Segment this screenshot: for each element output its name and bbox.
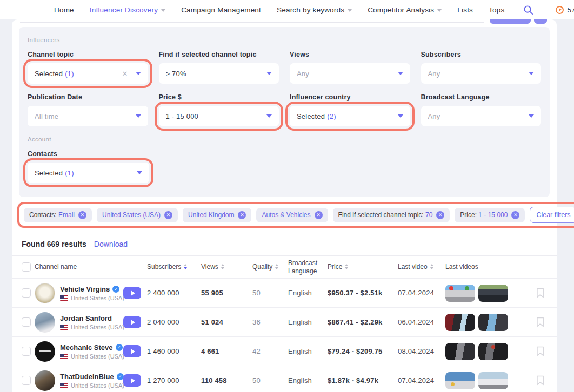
language-value: English: [288, 347, 328, 355]
channel-cell[interactable]: Jordan Sanford United States (USA): [35, 312, 123, 333]
bookmark-icon[interactable]: [536, 288, 544, 298]
nav-lists[interactable]: Lists: [457, 6, 473, 14]
filters-row-1: Channel topic Selected(1) ✕ Find if sele…: [28, 51, 541, 84]
avatar: [35, 312, 55, 333]
bookmark-icon[interactable]: [536, 375, 544, 386]
subscribers-value: 2 040 000: [147, 318, 201, 326]
video-thumbnail[interactable]: [478, 314, 508, 331]
chip-price[interactable]: Price: 1 - 15 000✕: [455, 208, 525, 222]
language-value: English: [288, 318, 328, 326]
col-subscribers[interactable]: Subscribers: [147, 263, 201, 271]
influencer-country-select[interactable]: Selected(2): [290, 106, 410, 126]
filter-views: Views Any: [290, 51, 410, 84]
chip-united-kingdom[interactable]: United Kingdom✕: [183, 208, 251, 222]
youtube-link-button[interactable]: [123, 345, 141, 357]
chip-united-states[interactable]: United States (USA)✕: [97, 208, 178, 222]
channel-cell[interactable]: Mechanic Steve✓ United States (USA): [35, 341, 123, 362]
publication-date-select[interactable]: All time: [28, 106, 148, 126]
video-thumbnail[interactable]: [445, 285, 475, 302]
price-value: $1.87k - $4.97k: [328, 376, 398, 384]
caret-down-icon: [266, 114, 272, 118]
video-thumbnail[interactable]: [445, 314, 475, 331]
sort-icon: [275, 264, 278, 269]
nav-home[interactable]: Home: [54, 6, 74, 14]
sort-icon: [221, 264, 224, 269]
youtube-link-button[interactable]: [123, 316, 141, 328]
table-row: Jordan Sanford United States (USA) 2 040…: [12, 307, 557, 336]
download-link[interactable]: Download: [94, 240, 128, 248]
nav-campaign-management[interactable]: Campaign Management: [181, 6, 261, 14]
col-views[interactable]: Views: [201, 263, 252, 271]
chip-contacts-email[interactable]: Contacts: Email✕: [24, 208, 92, 222]
youtube-link-button[interactable]: [123, 374, 141, 387]
subscribers-select[interactable]: Any: [421, 63, 542, 84]
chip-remove-icon[interactable]: ✕: [511, 211, 519, 219]
search-icon[interactable]: [523, 5, 533, 15]
last-video-date: 06.04.2024: [398, 318, 445, 326]
token-play-icon: [556, 6, 564, 14]
channel-cell[interactable]: ThatDudeinBlue✓ United States (USA): [35, 370, 123, 391]
verified-icon: ✓: [112, 286, 119, 293]
filter-channel-topic: Channel topic Selected(1) ✕: [28, 51, 148, 84]
topic-percent-select[interactable]: > 70%: [159, 63, 279, 84]
chip-remove-icon[interactable]: ✕: [78, 211, 86, 219]
clipped-icon-button[interactable]: [534, 19, 547, 24]
subscribers-value: 1 460 000: [147, 347, 201, 355]
video-thumbnail[interactable]: [478, 285, 508, 302]
nav-search-by-keywords[interactable]: Search by keywords: [277, 6, 352, 14]
avatar: [35, 341, 55, 362]
us-flag-icon: [60, 383, 68, 388]
table-row: Vehicle Virgins✓ United States (USA) 2 4…: [12, 278, 557, 307]
chip-remove-icon[interactable]: ✕: [238, 211, 246, 219]
col-broadcast-language: Broadcast Language: [288, 259, 322, 275]
row-checkbox[interactable]: [22, 288, 31, 298]
price-select[interactable]: 1 - 15 000: [159, 106, 279, 126]
filter-price: Price $ 1 - 15 000: [159, 93, 279, 126]
col-channel-name: Channel name: [35, 263, 123, 271]
bookmark-icon[interactable]: [536, 346, 544, 356]
channel-topic-select[interactable]: Selected(1) ✕: [28, 63, 148, 84]
row-checkbox[interactable]: [22, 376, 31, 385]
clipped-search-button[interactable]: [490, 19, 531, 24]
quality-value: 50: [252, 376, 288, 384]
chevron-down-icon: [437, 9, 442, 12]
subscribers-value: 1 270 000: [147, 376, 201, 384]
broadcast-language-select[interactable]: Any: [421, 106, 542, 126]
video-thumbnail[interactable]: [445, 372, 475, 389]
caret-down-icon: [137, 171, 142, 174]
influencers-section-label: Influencers: [28, 37, 541, 43]
col-price[interactable]: Price: [328, 263, 398, 271]
chip-remove-icon[interactable]: ✕: [436, 211, 444, 219]
select-all-checkbox[interactable]: [22, 262, 31, 272]
search-input-bottom-edge: [20, 22, 484, 23]
video-thumbnail[interactable]: [478, 372, 508, 389]
nav-influencer-discovery[interactable]: Influencer Discovery: [90, 6, 165, 14]
sort-icon: [345, 264, 348, 269]
video-thumbnail[interactable]: [478, 343, 508, 360]
col-last-video[interactable]: Last video: [398, 263, 445, 271]
chip-autos-vehicles[interactable]: Autos & Vehicles✕: [256, 208, 328, 222]
contacts-select[interactable]: Selected(1): [28, 163, 149, 183]
channel-cell[interactable]: Vehicle Virgins✓ United States (USA): [35, 283, 123, 303]
table-header: Channel name Subscribers Views Quality B…: [12, 255, 557, 278]
clear-x-icon[interactable]: ✕: [122, 70, 128, 78]
chip-remove-icon[interactable]: ✕: [315, 211, 323, 219]
sort-icon: [184, 264, 187, 269]
bookmark-icon[interactable]: [536, 317, 544, 327]
row-checkbox[interactable]: [22, 317, 31, 327]
chip-topic-percent[interactable]: Find if selected channel topic: 70✕: [333, 208, 450, 222]
clear-filters-button[interactable]: Clear filters: [530, 207, 574, 223]
last-videos-thumbnails: [445, 285, 536, 302]
nav-tops[interactable]: Tops: [489, 6, 504, 14]
views-select[interactable]: Any: [290, 63, 410, 84]
video-thumbnail[interactable]: [445, 343, 475, 360]
youtube-link-button[interactable]: [123, 287, 141, 299]
row-checkbox[interactable]: [22, 347, 31, 356]
filter-subscribers: Subscribers Any: [421, 51, 542, 84]
us-flag-icon: [60, 354, 68, 359]
us-flag-icon: [60, 295, 68, 301]
token-balance[interactable]: 570 tokens: [556, 6, 574, 14]
nav-competitor-analysis[interactable]: Competitor Analysis: [368, 6, 442, 14]
col-quality[interactable]: Quality: [252, 263, 288, 271]
chip-remove-icon[interactable]: ✕: [164, 211, 172, 219]
